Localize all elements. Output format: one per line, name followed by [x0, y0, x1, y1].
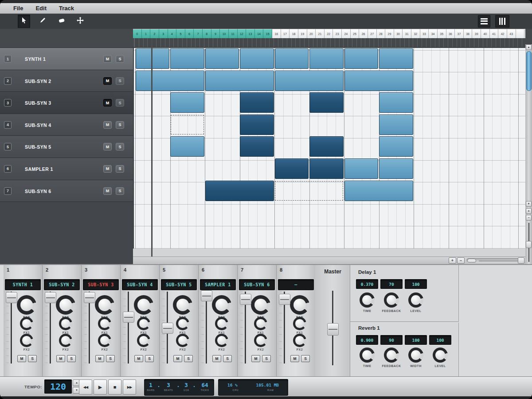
draw-tool-button[interactable]	[36, 15, 49, 28]
channel-name-display[interactable]: SUB-SYN 2	[44, 279, 80, 290]
ruler-cell[interactable]: 16	[272, 29, 281, 38]
delay-1-level-value[interactable]: 100	[405, 279, 427, 289]
channel-mute-button[interactable]: M	[173, 355, 182, 362]
reverb-1-time-knob[interactable]	[360, 348, 375, 363]
delay-1-feedback-knob[interactable]	[384, 292, 399, 308]
fader-handle[interactable]	[84, 292, 95, 303]
pattern-clip[interactable]	[240, 48, 274, 69]
menu-item-edit[interactable]: Edit	[29, 3, 53, 13]
pattern-clip[interactable]	[309, 136, 344, 157]
ruler-cell[interactable]: 41	[490, 29, 499, 38]
ruler-cell[interactable]: 5	[176, 29, 185, 38]
channel-solo-button[interactable]: S	[301, 355, 310, 362]
channel-name-display[interactable]: SUB-SYN 4	[122, 279, 158, 290]
ruler-cell[interactable]: 27	[368, 29, 377, 38]
channel-solo-button[interactable]: S	[67, 355, 76, 362]
pattern-clip[interactable]	[205, 181, 274, 201]
fader-track[interactable]	[128, 292, 129, 363]
solo-button[interactable]: S	[116, 99, 124, 107]
pattern-clip[interactable]	[240, 115, 274, 135]
pattern-clip[interactable]	[170, 136, 204, 157]
channel-solo-button[interactable]: S	[223, 355, 232, 362]
track-row-synth-1[interactable]: 1SYNTH 1MS	[0, 48, 133, 70]
master-fader-handle[interactable]	[327, 323, 339, 336]
reverb-1-level-knob[interactable]	[433, 348, 448, 363]
channel-solo-button[interactable]: S	[106, 355, 115, 362]
ruler-cell[interactable]: 15	[263, 29, 272, 38]
ruler-cell[interactable]: 24	[342, 29, 351, 38]
ruler-cell[interactable]: 35	[438, 29, 446, 38]
reverb-1-width-value[interactable]: 100	[405, 335, 427, 345]
sequencer-grid[interactable]	[133, 48, 525, 249]
reverb-1-width-knob[interactable]	[408, 348, 423, 363]
channel-name-display[interactable]: SAMPLER 1	[200, 279, 236, 290]
channel-solo-button[interactable]: S	[28, 355, 37, 362]
tempo-display[interactable]: 120	[44, 379, 72, 394]
v-zoom-in-button[interactable]: +	[526, 208, 532, 214]
ruler-cell[interactable]: 3	[159, 29, 168, 38]
fader-handle[interactable]	[279, 294, 290, 305]
fx1-knob[interactable]	[20, 317, 33, 330]
pattern-clip[interactable]	[205, 48, 239, 69]
ruler-cell[interactable]: 38	[464, 29, 473, 38]
ruler-cell[interactable]: 13	[246, 29, 255, 38]
ruler-cell[interactable]: 29	[385, 29, 394, 38]
channel-mute-button[interactable]: M	[290, 355, 299, 362]
pattern-clip[interactable]	[136, 71, 204, 91]
ruler-cell[interactable]: 8	[203, 29, 211, 38]
reverb-1-level-value[interactable]: 100	[429, 335, 451, 345]
pan-knob[interactable]	[290, 295, 309, 315]
pattern-clip[interactable]	[379, 158, 413, 179]
track-row-sub-syn-4[interactable]: 4SUB-SYN 4MS	[0, 114, 133, 136]
ruler-cell[interactable]: 9	[211, 29, 220, 38]
v-scroll-thumb[interactable]	[526, 51, 532, 91]
channel-mute-button[interactable]: M	[95, 355, 104, 362]
fx2-knob[interactable]	[254, 334, 267, 347]
mute-button[interactable]: M	[103, 121, 112, 129]
pattern-clip[interactable]	[275, 71, 344, 91]
pattern-clip[interactable]	[379, 115, 413, 135]
pattern-clip[interactable]	[344, 181, 413, 201]
scroll-down-button[interactable]: ▼	[526, 201, 532, 207]
fader-handle[interactable]	[162, 323, 173, 334]
scroll-corner-button[interactable]	[518, 257, 524, 264]
channel-solo-button[interactable]: S	[184, 355, 193, 362]
fader-handle[interactable]	[201, 290, 212, 301]
track-row-sampler-1[interactable]: 6SAMPLER 1MS	[0, 158, 133, 180]
track-row-sub-syn-2[interactable]: 2SUB-SYN 2MS	[0, 70, 133, 92]
pattern-clip[interactable]	[240, 92, 274, 113]
ruler-cell[interactable]: 19	[298, 29, 307, 38]
fader-track[interactable]	[206, 292, 207, 363]
ruler-cell[interactable]: 0	[133, 29, 142, 38]
fx2-knob[interactable]	[59, 334, 72, 347]
solo-button[interactable]: S	[116, 55, 124, 63]
ruler-cell[interactable]	[516, 29, 525, 38]
ruler-cell[interactable]: 12	[238, 29, 246, 38]
track-row-sub-syn-3[interactable]: 3SUB-SYN 3MS	[0, 92, 133, 114]
erase-tool-button[interactable]	[55, 15, 68, 28]
zoom-in-button[interactable]: +	[449, 257, 456, 264]
ruler-cell[interactable]: 11	[229, 29, 238, 38]
pattern-clip[interactable]	[344, 48, 379, 69]
pan-knob[interactable]	[95, 295, 114, 315]
h-scroll-track[interactable]	[466, 258, 522, 263]
fx1-knob[interactable]	[254, 317, 267, 330]
ruler-cell[interactable]: 30	[394, 29, 403, 38]
channel-name-display[interactable]: SYNTH 1	[5, 279, 41, 290]
mute-button[interactable]: M	[103, 187, 112, 195]
fx2-knob[interactable]	[137, 334, 150, 347]
ruler-cell[interactable]: 43	[507, 29, 516, 38]
track-row-sub-syn-5[interactable]: 5SUB-SYN 5MS	[0, 136, 133, 158]
ruler-cell[interactable]: 1	[142, 29, 151, 38]
fader-handle[interactable]	[123, 312, 134, 323]
pattern-clip[interactable]	[379, 136, 413, 157]
stop-button[interactable]: ■	[108, 379, 121, 395]
mute-button[interactable]: M	[103, 143, 112, 150]
v-zoom-out-button[interactable]: −	[526, 215, 532, 221]
rewind-button[interactable]: ◀◀	[79, 379, 92, 395]
fx1-knob[interactable]	[59, 317, 72, 330]
ruler-cell[interactable]: 7	[194, 29, 203, 38]
select-tool-button[interactable]	[18, 15, 30, 28]
forward-button[interactable]: ▶▶	[123, 379, 136, 395]
fader-handle[interactable]	[45, 292, 56, 303]
